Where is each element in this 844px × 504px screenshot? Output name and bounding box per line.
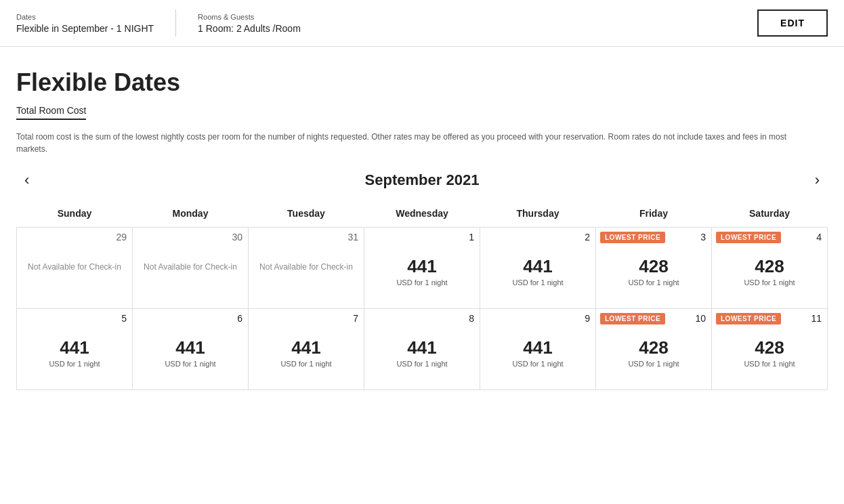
not-available-text: Not Available for Check-in [254,261,358,273]
col-monday: Monday [133,203,249,228]
calendar-cell[interactable]: 9441USD for 1 night [480,309,596,390]
day-price: 428 [717,337,822,358]
day-price: 441 [370,337,474,358]
header-divider [175,9,176,37]
not-available-text: Not Available for Check-in [138,261,242,273]
lowest-price-badge: LOWEST PRICE [716,232,781,243]
col-saturday: Saturday [712,203,828,228]
page-title: Flexible Dates [16,68,828,97]
calendar-cell[interactable]: LOWEST PRICE11428USD for 1 night [712,309,828,390]
prev-month-button[interactable]: ‹ [16,169,37,192]
day-number: 31 [254,232,358,243]
day-unit: USD for 1 night [486,360,590,368]
calendar-cell[interactable]: LOWEST PRICE4428USD for 1 night [712,228,828,309]
day-unit: USD for 1 night [602,360,706,368]
day-number: 30 [138,232,242,243]
calendar-grid: Sunday Monday Tuesday Wednesday Thursday… [16,203,828,390]
calendar-header: ‹ September 2021 › [16,171,828,189]
calendar-cell[interactable]: 8441USD for 1 night [364,309,480,390]
dates-label: Dates [16,13,154,21]
day-price: 441 [138,337,242,358]
day-price: 441 [486,337,590,358]
day-number: 1 [370,232,474,243]
day-price: 441 [254,337,358,358]
day-price: 441 [486,256,590,277]
calendar-cell[interactable]: 31Not Available for Check-in [249,228,364,309]
calendar-container: ‹ September 2021 › Sunday Monday Tuesday… [16,171,828,390]
disclaimer: Total room cost is the sum of the lowest… [16,131,816,155]
day-price: 441 [22,337,127,358]
day-unit: USD for 1 night [22,360,127,368]
calendar-cell[interactable]: LOWEST PRICE10428USD for 1 night [596,309,712,390]
day-unit: USD for 1 night [486,278,590,287]
header-rooms: Rooms & Guests 1 Room: 2 Adults /Room [198,13,301,34]
col-tuesday: Tuesday [249,203,364,228]
dates-value: Flexible in September - 1 NIGHT [16,23,154,34]
day-unit: USD for 1 night [717,278,822,287]
col-thursday: Thursday [480,203,596,228]
edit-button[interactable]: EDIT [757,9,828,37]
day-unit: USD for 1 night [138,360,242,368]
main-content: Flexible Dates Total Room Cost Total roo… [0,47,844,406]
day-number: 6 [138,313,242,324]
calendar-cell[interactable]: 29Not Available for Check-in [17,228,133,309]
calendar-title: September 2021 [365,171,480,189]
header-dates: Dates Flexible in September - 1 NIGHT [16,13,154,34]
day-price: 428 [602,256,706,277]
calendar-cell[interactable]: 30Not Available for Check-in [133,228,249,309]
day-unit: USD for 1 night [254,360,358,368]
day-unit: USD for 1 night [370,360,474,368]
header-bar: Dates Flexible in September - 1 NIGHT Ro… [0,0,844,47]
col-wednesday: Wednesday [364,203,480,228]
calendar-cell[interactable]: 6441USD for 1 night [133,309,249,390]
day-price: 428 [717,256,822,277]
day-unit: USD for 1 night [602,278,706,287]
rooms-value: 1 Room: 2 Adults /Room [198,23,301,34]
calendar-cell[interactable]: 2441USD for 1 night [480,228,596,309]
not-available-text: Not Available for Check-in [22,261,127,273]
day-unit: USD for 1 night [717,360,822,368]
day-number: 7 [254,313,358,324]
day-number: 2 [486,232,590,243]
col-friday: Friday [596,203,712,228]
next-month-button[interactable]: › [807,169,828,192]
lowest-price-badge: LOWEST PRICE [716,313,781,324]
total-room-cost-label: Total Room Cost [16,105,86,120]
day-price: 441 [370,256,474,277]
lowest-price-badge: LOWEST PRICE [600,313,665,324]
col-sunday: Sunday [17,203,133,228]
calendar-cell[interactable]: 5441USD for 1 night [17,309,133,390]
day-number: 5 [22,313,127,324]
day-number: 29 [22,232,127,243]
calendar-cell[interactable]: 1441USD for 1 night [364,228,480,309]
day-number: 9 [486,313,590,324]
day-price: 428 [602,337,706,358]
calendar-cell[interactable]: 7441USD for 1 night [249,309,364,390]
rooms-label: Rooms & Guests [198,13,301,21]
day-number: 8 [370,313,474,324]
calendar-cell[interactable]: LOWEST PRICE3428USD for 1 night [596,228,712,309]
day-unit: USD for 1 night [370,278,474,287]
lowest-price-badge: LOWEST PRICE [600,232,665,243]
